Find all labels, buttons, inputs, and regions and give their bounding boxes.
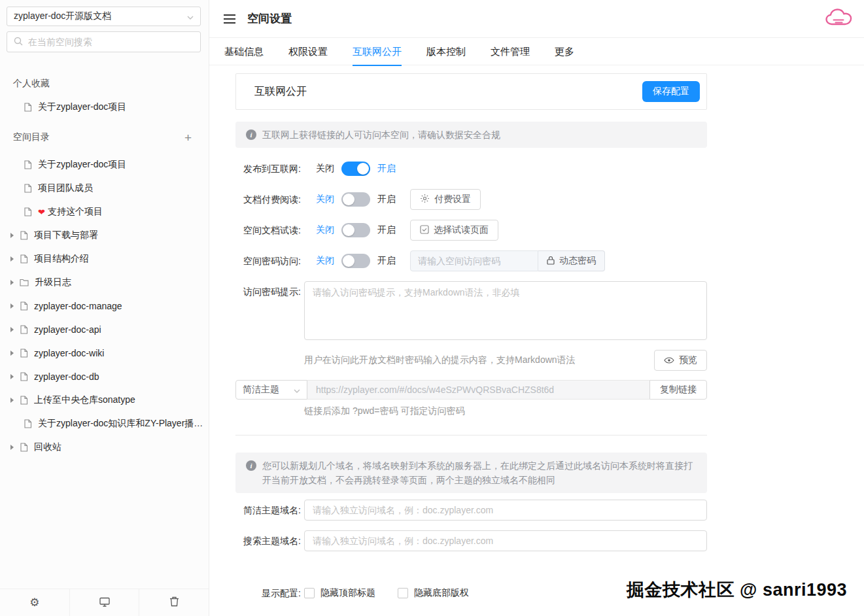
password-hint-row: 访问密码提示: bbox=[235, 281, 707, 340]
paid-read-off-label[interactable]: 关闭 bbox=[316, 194, 334, 205]
favorites-section-header: 个人收藏 bbox=[0, 72, 209, 95]
space-search[interactable] bbox=[7, 31, 201, 52]
password-access-on-label[interactable]: 开启 bbox=[377, 255, 396, 267]
doc-icon bbox=[20, 396, 28, 405]
trial-read-on-label[interactable]: 开启 bbox=[377, 224, 396, 236]
tree-item[interactable]: 关于zyplayer-doc项目 bbox=[0, 153, 209, 177]
divider bbox=[235, 435, 707, 436]
share-link-url: https://zyplayer.com/#/docs/w4eSzPWvQRSB… bbox=[307, 380, 649, 400]
caret-right-icon bbox=[10, 256, 14, 262]
tree-item[interactable]: zyplayer-doc-db bbox=[0, 365, 209, 388]
simple-domain-row: 简洁主题域名: bbox=[235, 500, 707, 521]
password-access-toggle[interactable] bbox=[341, 254, 370, 268]
preview-button[interactable]: 预览 bbox=[654, 350, 707, 371]
simple-domain-input[interactable] bbox=[304, 500, 707, 521]
save-config-button[interactable]: 保存配置 bbox=[642, 81, 700, 102]
tree-item[interactable]: 关于zyplayer-doc项目 bbox=[0, 95, 209, 119]
tree-item-label: zyplayer-doc-api bbox=[34, 324, 101, 335]
chevron-down-icon bbox=[294, 385, 300, 395]
tree-item-label: zyplayer-doc-manage bbox=[34, 301, 122, 311]
sidebar-tree: 个人收藏 关于zyplayer-doc项目 空间目录 + 关于zyplayer-… bbox=[0, 52, 209, 589]
tab-more[interactable]: 更多 bbox=[555, 38, 574, 65]
dynamic-password-button[interactable]: 动态密码 bbox=[538, 250, 605, 271]
tree-item[interactable]: 回收站 bbox=[0, 436, 209, 459]
main-area: 空间设置 基础信息 权限设置 互联网公开 版本控制 文件管理 更多 互联网公开 … bbox=[209, 0, 864, 616]
password-hint-textarea[interactable] bbox=[304, 281, 707, 340]
toggle-knob bbox=[343, 224, 354, 236]
heart-icon: ❤ bbox=[38, 207, 45, 217]
doc-icon bbox=[20, 443, 28, 452]
password-access-label: 空间密码访问: bbox=[235, 250, 301, 271]
publish-toggle[interactable] bbox=[341, 162, 370, 176]
domain-alert: 您可以新规划几个域名，将域名映射到本系统的服务器上，在此绑定之后通过此域名访问本… bbox=[235, 453, 707, 493]
publish-row: 发布到互联网: 关闭 开启 bbox=[235, 158, 707, 179]
tree-item[interactable]: zyplayer-doc-manage bbox=[0, 294, 209, 318]
space-password-input[interactable] bbox=[410, 250, 538, 271]
folder-icon bbox=[20, 279, 29, 286]
publish-on-label[interactable]: 开启 bbox=[377, 163, 396, 175]
doc-icon bbox=[24, 184, 32, 193]
copy-link-button[interactable]: 复制链接 bbox=[649, 380, 707, 400]
display-config-label: 显示配置: bbox=[235, 583, 301, 604]
tree-item[interactable]: zyplayer-doc-api bbox=[0, 318, 209, 341]
tree-item[interactable]: 升级日志 bbox=[0, 271, 209, 294]
checkbox-box-icon bbox=[304, 588, 315, 598]
password-hint-help-row: 用户在访问此开放文档时密码输入的提示内容，支持Markdown语法 预览 bbox=[304, 350, 707, 371]
app-logo-cloud-icon[interactable] bbox=[825, 7, 855, 32]
tab-file-management[interactable]: 文件管理 bbox=[491, 38, 530, 65]
caret-right-icon bbox=[10, 351, 14, 356]
tree-item[interactable]: 上传至中央仓库sonatype bbox=[0, 388, 209, 412]
select-trial-pages-label: 选择试读页面 bbox=[434, 224, 489, 236]
search-domain-label: 搜索主题域名: bbox=[235, 530, 301, 551]
paid-read-on-label[interactable]: 开启 bbox=[377, 194, 396, 205]
search-input[interactable] bbox=[28, 37, 194, 47]
security-alert-text: 互联网上获得链接的人可访问本空间，请确认数据安全合规 bbox=[262, 128, 500, 142]
tab-permission-settings[interactable]: 权限设置 bbox=[288, 38, 328, 65]
theme-select-dropdown[interactable]: 简洁主题 bbox=[235, 380, 307, 400]
search-domain-input[interactable] bbox=[304, 530, 707, 551]
doc-icon bbox=[20, 325, 28, 334]
tab-internet-public[interactable]: 互联网公开 bbox=[353, 38, 402, 65]
add-doc-button[interactable]: + bbox=[184, 131, 192, 144]
doc-icon bbox=[24, 419, 32, 428]
dynamic-password-label: 动态密码 bbox=[559, 255, 596, 267]
sidebar: zyplayer-doc开源版文档 个人收藏 关于zyplayer-doc项目 … bbox=[0, 0, 209, 616]
paid-read-toggle[interactable] bbox=[341, 192, 370, 207]
tabs-bar: 基础信息 权限设置 互联网公开 版本控制 文件管理 更多 bbox=[209, 38, 864, 65]
tree-item[interactable]: 关于zyplayer-doc知识库和ZY-Player播放... bbox=[0, 412, 209, 436]
search-icon bbox=[14, 37, 23, 48]
space-select-dropdown[interactable]: zyplayer-doc开源版文档 bbox=[7, 7, 201, 26]
select-trial-pages-button[interactable]: 选择试读页面 bbox=[410, 220, 498, 241]
theme-select-value: 简洁主题 bbox=[243, 384, 279, 396]
page-title: 空间设置 bbox=[247, 11, 292, 26]
recycle-bin-button[interactable] bbox=[139, 589, 209, 616]
doc-icon bbox=[20, 372, 28, 381]
tab-version-control[interactable]: 版本控制 bbox=[426, 38, 466, 65]
menu-icon[interactable] bbox=[224, 14, 235, 24]
doc-icon bbox=[24, 103, 32, 112]
tree-item-label: 关于zyplayer-doc知识库和ZY-Player播放... bbox=[38, 418, 209, 430]
trial-read-off-label[interactable]: 关闭 bbox=[316, 224, 334, 236]
password-hint-label: 访问密码提示: bbox=[235, 281, 301, 302]
trash-icon bbox=[169, 596, 179, 609]
trial-read-toggle[interactable] bbox=[341, 223, 370, 237]
paid-settings-button[interactable]: 付费设置 bbox=[410, 189, 481, 210]
password-access-off-label[interactable]: 关闭 bbox=[316, 255, 334, 267]
publish-off-label[interactable]: 关闭 bbox=[316, 163, 334, 175]
tree-item[interactable]: ❤ 支持这个项目 bbox=[0, 200, 209, 224]
tree-item[interactable]: 项目结构介绍 bbox=[0, 247, 209, 271]
hide-top-title-checkbox[interactable]: 隐藏顶部标题 bbox=[304, 587, 375, 599]
tree-item[interactable]: 项目团队成员 bbox=[0, 177, 209, 200]
display-mode-button[interactable] bbox=[69, 589, 139, 616]
tree-item[interactable]: zyplayer-doc-wiki bbox=[0, 341, 209, 365]
simple-domain-label: 简洁主题域名: bbox=[235, 500, 301, 521]
toggle-knob bbox=[343, 194, 354, 205]
favorites-title: 个人收藏 bbox=[13, 78, 50, 90]
settings-button[interactable]: ⚙ bbox=[0, 589, 69, 616]
doc-icon bbox=[20, 231, 28, 240]
tree-item[interactable]: 项目下载与部署 bbox=[0, 224, 209, 247]
tab-basic-info[interactable]: 基础信息 bbox=[224, 38, 264, 65]
directory-section-header: 空间目录 + bbox=[0, 126, 209, 149]
tree-item-label: 项目团队成员 bbox=[38, 182, 93, 194]
hide-bottom-copyright-checkbox[interactable]: 隐藏底部版权 bbox=[398, 587, 469, 599]
